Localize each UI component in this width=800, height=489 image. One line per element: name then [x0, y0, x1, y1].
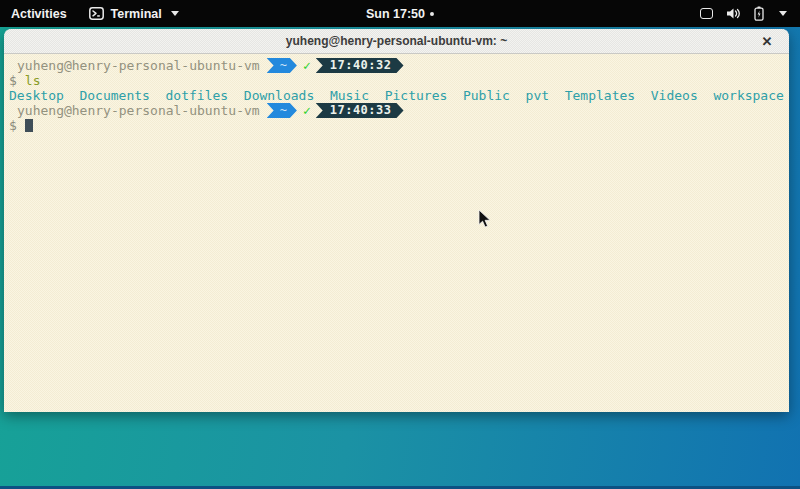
- window-titlebar[interactable]: yuheng@henry-personal-ubuntu-vm: ~ ✕: [4, 29, 789, 54]
- directory-listing: Desktop Documents dotfiles Downloads Mus…: [9, 88, 784, 103]
- prompt-time-segment: 17:40:32: [316, 58, 404, 73]
- prompt-line-1: yuheng@henry-personal-ubuntu-vm ~ ✓ 17:4…: [9, 58, 784, 73]
- prompt-path-segment: ~: [267, 58, 297, 73]
- check-icon: ✓: [303, 103, 311, 118]
- terminal-window: yuheng@henry-personal-ubuntu-vm: ~ ✕ yuh…: [4, 29, 789, 412]
- terminal-app-icon: [89, 7, 104, 20]
- window-title: yuheng@henry-personal-ubuntu-vm: ~: [286, 34, 507, 48]
- command-line: $ ls: [9, 73, 784, 88]
- prompt-time-segment: 17:40:33: [316, 103, 404, 118]
- check-icon: ✓: [303, 58, 311, 73]
- close-button[interactable]: ✕: [755, 29, 779, 53]
- terminal-content[interactable]: yuheng@henry-personal-ubuntu-vm ~ ✓ 17:4…: [4, 54, 789, 412]
- prompt-path-segment: ~: [267, 103, 297, 118]
- prompt-user: yuheng@henry-personal-ubuntu-vm: [17, 103, 260, 118]
- top-bar-left: Activities Terminal: [0, 0, 190, 27]
- desktop: Activities Terminal Sun 17:50: [0, 0, 800, 489]
- mouse-cursor-icon: [478, 209, 492, 229]
- battery-charging-icon: [754, 6, 764, 21]
- current-prompt-line: $: [9, 118, 784, 133]
- network-icon: [700, 8, 713, 19]
- prompt-symbol: $: [9, 118, 17, 133]
- system-tray-button[interactable]: [687, 0, 800, 27]
- notification-dot-icon: [430, 12, 434, 16]
- prompt-line-2: yuheng@henry-personal-ubuntu-vm ~ ✓ 17:4…: [9, 103, 784, 118]
- volume-icon: [726, 7, 741, 20]
- app-menu-label: Terminal: [111, 7, 162, 21]
- prompt-user: yuheng@henry-personal-ubuntu-vm: [17, 58, 260, 73]
- chevron-down-icon: [171, 11, 179, 16]
- clock-button[interactable]: Sun 17:50: [358, 0, 442, 27]
- top-bar: Activities Terminal Sun 17:50: [0, 0, 800, 27]
- app-menu-button[interactable]: Terminal: [78, 0, 190, 27]
- prompt-symbol: $: [9, 73, 17, 88]
- clock-label: Sun 17:50: [366, 7, 425, 21]
- activities-button[interactable]: Activities: [0, 0, 78, 27]
- typed-command: ls: [25, 73, 41, 88]
- tray-chevron-down-icon: [779, 11, 787, 16]
- terminal-cursor: [25, 119, 33, 132]
